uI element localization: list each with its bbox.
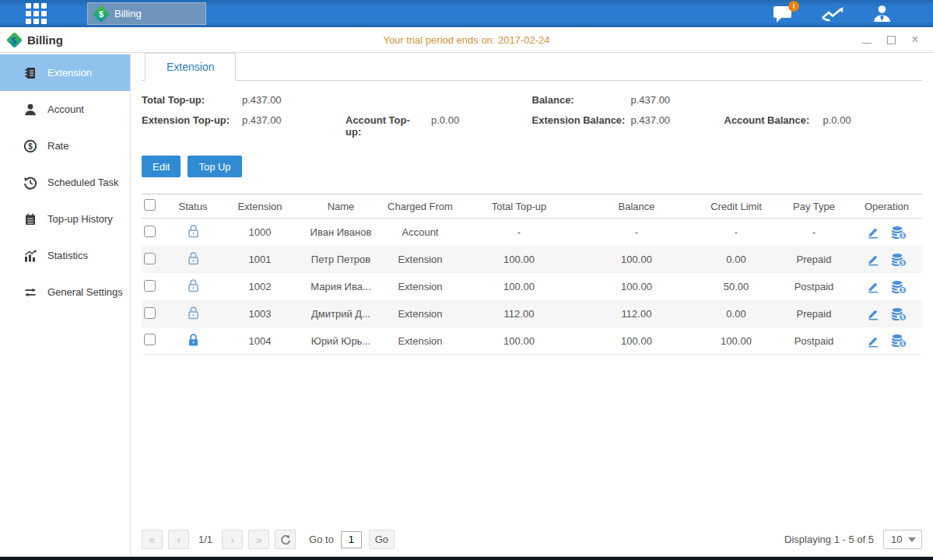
- page-indicator: 1/1: [198, 534, 212, 545]
- pay-type: Postpaid: [777, 281, 851, 292]
- extension-number: 1004: [218, 335, 302, 347]
- top-up-button[interactable]: Top Up: [188, 156, 241, 177]
- app-launcher-icon[interactable]: [26, 3, 47, 24]
- edit-row-icon[interactable]: [866, 253, 880, 266]
- header-name: Name: [302, 201, 380, 212]
- sidebar-item-scheduled-task[interactable]: Scheduled Task: [0, 164, 130, 201]
- sidebar-item-account[interactable]: Account: [0, 91, 130, 128]
- row-checkbox[interactable]: [144, 307, 156, 319]
- header-extension: Extension: [218, 201, 302, 212]
- extension-name: Мария Ива...: [302, 281, 380, 292]
- extension-balance-value: p.437.00: [631, 114, 724, 126]
- next-page-button[interactable]: ›: [222, 530, 243, 549]
- account-topup-label: Account Top-up:: [345, 114, 425, 138]
- edit-row-icon[interactable]: [866, 307, 880, 320]
- minimize-icon[interactable]: [861, 34, 872, 45]
- balance: 100.00: [577, 335, 696, 347]
- row-checkbox[interactable]: [144, 334, 156, 345]
- refresh-button[interactable]: [275, 530, 296, 549]
- first-page-button[interactable]: «: [142, 530, 163, 549]
- sidebar-item-statistics[interactable]: Statistics: [0, 237, 130, 274]
- credit-limit: 100.00: [696, 335, 777, 347]
- header-status: Status: [168, 201, 218, 212]
- balance: 112.00: [577, 308, 696, 320]
- table-row: 1004Юрий Юрь...Extension100.00100.00100.…: [142, 327, 922, 355]
- prev-page-button[interactable]: ‹: [168, 530, 189, 549]
- status-unlocked-icon[interactable]: [187, 306, 200, 320]
- pay-type: -: [777, 226, 851, 238]
- total-topup: 100.00: [461, 254, 577, 265]
- pagination-bar: « ‹ 1/1 › » Go to Go Displaying 1 - 5 of…: [142, 530, 922, 549]
- monitor-chart-icon[interactable]: [820, 5, 845, 23]
- balance-summary: Total Top-up: p.437.00 Extension Top-up:…: [142, 94, 922, 138]
- select-all-checkbox[interactable]: [144, 199, 156, 211]
- sidebar-item-rate[interactable]: $ Rate: [0, 128, 130, 164]
- page-size-select[interactable]: 10: [883, 530, 922, 549]
- sidebar-item-general-settings[interactable]: General Settings: [0, 274, 130, 310]
- account-balance-value: p.0.00: [823, 114, 851, 126]
- close-icon[interactable]: ×: [910, 34, 921, 45]
- row-checkbox[interactable]: [144, 226, 156, 237]
- messages-icon[interactable]: !: [773, 5, 794, 23]
- window-title-text: Billing: [27, 33, 63, 47]
- balance: 100.00: [577, 254, 696, 265]
- header-balance: Balance: [577, 201, 696, 212]
- total-topup-label: Total Top-up:: [142, 94, 242, 106]
- extension-name: Юрий Юрь...: [302, 335, 380, 347]
- edit-button[interactable]: Edit: [142, 156, 181, 177]
- charged-from: Extension: [380, 308, 461, 320]
- goto-page-input[interactable]: [341, 531, 362, 548]
- status-unlocked-icon[interactable]: [187, 278, 200, 292]
- sidebar-item-extension[interactable]: Extension: [0, 54, 130, 91]
- topbar-tab-billing[interactable]: $ Billing: [87, 2, 206, 25]
- topup-history-icon: [23, 212, 37, 226]
- topup-row-icon[interactable]: $: [891, 307, 907, 321]
- charged-from: Extension: [380, 281, 461, 292]
- taskbar-strip: [0, 556, 933, 560]
- topbar-right-icons: !: [773, 4, 893, 24]
- general-settings-icon: [23, 285, 37, 299]
- sidebar-item-label: Scheduled Task: [47, 177, 119, 188]
- credit-limit: -: [696, 226, 777, 238]
- topup-row-icon[interactable]: $: [891, 226, 907, 240]
- extension-topup-label: Extension Top-up:: [142, 114, 242, 126]
- extension-icon: [23, 66, 37, 80]
- sidebar-item-topup-history[interactable]: Top-up History: [0, 201, 130, 237]
- table-row: 1002Мария Ива...Extension100.00100.0050.…: [142, 273, 922, 300]
- maximize-icon[interactable]: [886, 34, 896, 45]
- charged-from: Extension: [380, 254, 461, 265]
- status-locked-icon[interactable]: [187, 333, 200, 347]
- extension-name: Петр Петров: [302, 254, 380, 265]
- sidebar-item-label: Extension: [47, 67, 92, 79]
- status-unlocked-icon[interactable]: [187, 251, 200, 265]
- sidebar-item-label: Rate: [47, 140, 68, 152]
- window-title: $ Billing: [9, 33, 63, 47]
- window-controls: ×: [861, 34, 921, 45]
- user-account-icon[interactable]: [872, 4, 893, 24]
- edit-row-icon[interactable]: [866, 334, 880, 348]
- header-operation: Operation: [851, 201, 922, 212]
- status-unlocked-icon[interactable]: [187, 224, 200, 238]
- topup-row-icon[interactable]: $: [891, 334, 907, 348]
- header-charged-from: Charged From: [380, 201, 461, 212]
- topup-row-icon[interactable]: $: [891, 280, 907, 294]
- go-button[interactable]: Go: [369, 530, 395, 549]
- edit-row-icon[interactable]: [866, 226, 880, 239]
- extension-number: 1000: [218, 226, 302, 238]
- sidebar-item-label: Statistics: [47, 250, 88, 261]
- tab-bar: Extension: [142, 53, 922, 81]
- extension-balance-label: Extension Balance:: [532, 114, 631, 126]
- titlebar: $ Billing Your trial period ends on: 201…: [0, 27, 933, 53]
- topup-row-icon[interactable]: $: [891, 253, 907, 267]
- topbar-tab-label: Billing: [114, 8, 142, 19]
- last-page-button[interactable]: »: [248, 530, 269, 549]
- account-topup-value: p.0.00: [431, 114, 459, 126]
- billing-app-window: $ Billing ! $ Billing Your trial period …: [0, 0, 933, 560]
- edit-row-icon[interactable]: [866, 280, 880, 293]
- tab-extension[interactable]: Extension: [145, 53, 236, 81]
- row-checkbox[interactable]: [144, 280, 156, 292]
- pay-type: Prepaid: [777, 308, 851, 320]
- account-balance-label: Account Balance:: [724, 114, 817, 126]
- row-checkbox[interactable]: [144, 253, 156, 264]
- page-size-value: 10: [891, 534, 902, 545]
